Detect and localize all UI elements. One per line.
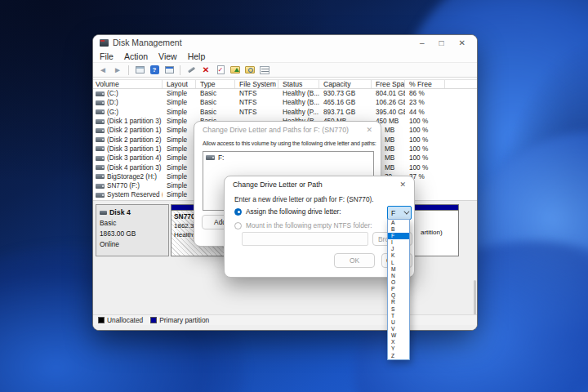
cell-status: Healthy (B... [278,89,319,98]
dropdown-letter-option[interactable]: O [388,279,409,286]
cell-volume: (Disk 2 partition 1) [107,127,161,134]
assign-letter-radio-row[interactable]: Assign the following drive letter: [234,207,341,216]
menu-help[interactable]: Help [188,51,206,61]
dropdown-letter-option[interactable]: F [388,233,409,239]
legend-label: Unallocated [107,316,143,324]
cell-free-space: 395.40 GB [372,108,405,117]
cell-layout: Simple [163,172,196,181]
ok-button[interactable]: OK [334,253,375,268]
drive-letter-dropdown-list[interactable]: A B F I J K L M N O P Q R S T U [387,219,410,360]
table-row[interactable]: (D:) Simple Basic NTFS Healthy (B... 465… [93,98,478,107]
dropdown-letter-option[interactable]: B [388,226,409,233]
mount-folder-radio-row[interactable]: Mount in the following empty NTFS folder… [234,221,372,229]
toolbar-separator [128,65,129,75]
col-status[interactable]: Status [278,80,319,88]
cell-layout: Simple [163,117,196,126]
radio-selected-icon[interactable] [234,208,242,216]
disk-size: 1863.00 GB [100,229,165,239]
delete-volume-icon[interactable]: ✕ [200,65,212,75]
dialog1-close-icon[interactable]: ✕ [366,126,372,134]
dialog2-close-icon[interactable]: ✕ [399,180,406,189]
volume-table-header[interactable]: Volume Layout Type File System Status Ca… [93,79,478,89]
col-volume[interactable]: Volume [93,80,163,88]
dropdown-letter-option[interactable]: P [388,286,409,292]
dropdown-letter-option[interactable]: L [388,260,409,266]
legend-bar: Unallocated Primary partition [93,314,478,325]
dropdown-letter-option[interactable]: R [388,300,409,306]
dropdown-letter-option[interactable]: T [388,313,409,319]
dropdown-letter-option[interactable]: S [388,306,409,313]
dropdown-letter-option[interactable]: K [388,253,409,260]
mount-folder-label: Mount in the following empty NTFS folder… [246,221,372,229]
dropdown-letter-option[interactable]: M [388,266,409,273]
drive-icon [96,174,105,179]
col-layout[interactable]: Layout [163,80,196,88]
disk-status: Online [100,239,165,250]
back-arrow-icon[interactable]: ◄ [97,65,109,75]
dropdown-letter-option[interactable]: V [388,326,409,332]
col-file-system[interactable]: File System [235,80,278,88]
partition-label-fragment: artition) [409,211,458,236]
dropdown-letter-option[interactable]: Y [388,346,409,353]
dropdown-letter-option[interactable]: J [388,247,409,253]
forward-arrow-icon[interactable]: ► [112,65,123,75]
scrollbar-thumb[interactable] [474,280,476,317]
partition-second[interactable]: artition) [408,204,459,256]
cell-layout: Simple [163,181,196,190]
dropdown-letter-option[interactable]: Z [388,353,409,359]
cell-file-system: NTFS [235,108,278,117]
console-window-alt-icon[interactable] [163,65,175,75]
dropdown-letter-option[interactable]: X [388,340,409,346]
col-type[interactable]: Type [196,80,235,88]
col-filler [445,80,478,88]
close-button[interactable]: ✕ [459,38,466,47]
maximize-button[interactable]: □ [439,38,444,47]
disk-name: Disk 4 [109,207,131,218]
menu-file[interactable]: File [100,51,114,61]
table-row[interactable]: (G:) Simple Basic NTFS Healthy (P... 893… [93,108,478,117]
drive-letter-combobox[interactable]: F [387,206,412,220]
table-row[interactable]: (C:) Simple Basic NTFS Healthy (B... 930… [93,89,478,98]
menu-action[interactable]: Action [124,51,148,61]
legend-swatch [150,317,157,323]
minimize-button[interactable]: – [420,38,425,47]
cell-pct-free: 100 % [405,163,445,172]
console-window-icon[interactable] [134,65,145,75]
disk-4-panel[interactable]: Disk 4 Basic 1863.00 GB Online [96,204,169,256]
screwdriver-icon[interactable] [185,65,197,75]
details-list-icon[interactable] [259,65,270,75]
col-capacity[interactable]: Capacity [319,80,372,88]
dropdown-letter-option[interactable]: N [388,273,409,279]
cell-volume: (C:) [107,90,118,97]
properties-doc-icon[interactable] [215,65,226,75]
dropdown-letter-option[interactable]: A [388,220,409,226]
help-icon[interactable]: ? [149,65,160,75]
folder-explore-icon[interactable] [244,65,256,75]
cell-layout: Simple [163,135,196,144]
toolbar-separator [180,65,180,75]
dropdown-letter-option[interactable]: I [388,239,409,246]
cell-pct-free: 100 % [405,154,445,163]
col-pct-free[interactable]: % Free [405,80,445,88]
dialog1-label: Allow access to this volume by using the… [194,134,381,146]
mount-folder-input[interactable] [242,232,368,246]
drive-icon [96,193,105,198]
disk-type: Basic [100,218,165,229]
radio-unselected-icon[interactable] [234,222,242,229]
title-bar[interactable]: Disk Management – □ ✕ [93,35,477,50]
legend-label: Primary partition [159,316,209,324]
folder-add-icon[interactable] [229,65,241,75]
drive-icon [96,128,105,133]
dropdown-letter-option[interactable]: Q [388,293,409,300]
menu-view[interactable]: View [158,51,177,61]
cell-layout: Simple [163,98,196,107]
window-title: Disk Management [113,38,182,47]
dropdown-letter-option[interactable]: W [388,332,409,339]
col-free-space[interactable]: Free Spa... [372,80,405,88]
dropdown-letter-option[interactable]: U [388,319,409,326]
listbox-item-f[interactable]: F: [206,154,371,162]
assign-letter-label: Assign the following drive letter: [246,207,341,216]
dialog2-title: Change Drive Letter or Path [233,180,323,189]
cell-volume: (G:) [107,109,118,116]
cell-volume: System Reserved (... [107,191,163,198]
